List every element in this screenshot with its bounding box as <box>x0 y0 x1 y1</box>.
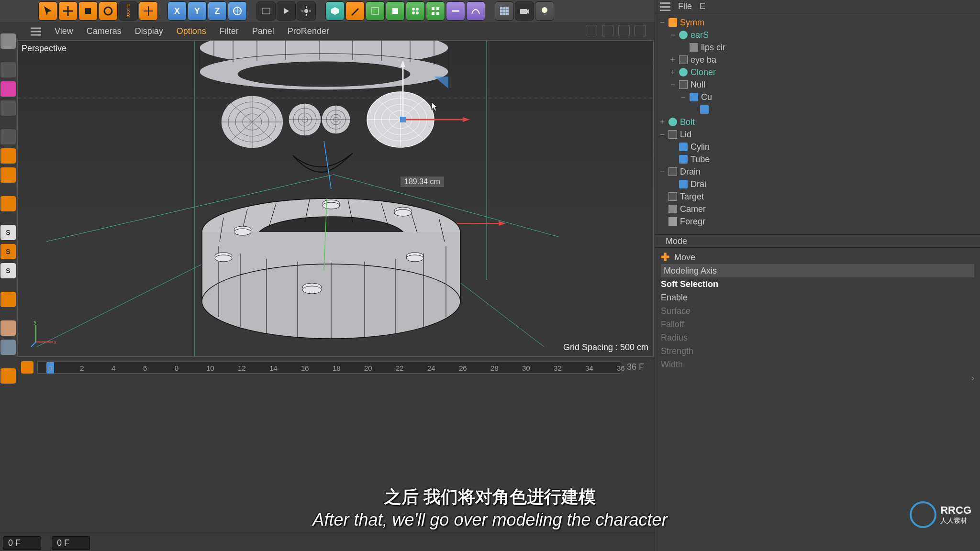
floor-button[interactable] <box>495 1 514 21</box>
model-mode[interactable] <box>0 33 16 49</box>
expand-toggle[interactable]: − <box>659 18 666 28</box>
cam-icon <box>668 205 677 213</box>
point-mode[interactable] <box>0 129 16 144</box>
render-view-button[interactable] <box>256 1 276 21</box>
spline-pen-button[interactable] <box>345 1 365 21</box>
object-tree[interactable]: −Symm−earSlips cir+eye ba+Cloner−Null−Cu… <box>655 13 980 231</box>
modeling-axis-tab[interactable]: Modeling Axis <box>661 264 974 277</box>
cloner-button[interactable] <box>426 1 445 21</box>
tree-row[interactable]: Camer <box>657 203 978 215</box>
attr-mode-label[interactable]: Mode <box>666 236 687 246</box>
timeline-toggle[interactable] <box>21 361 33 374</box>
tree-row[interactable]: Foregr <box>657 215 978 228</box>
tree-row[interactable]: −Symm <box>657 16 978 29</box>
expand-toggle[interactable]: − <box>680 92 687 102</box>
menu-display[interactable]: Display <box>135 26 163 36</box>
edge-mode[interactable] <box>0 148 16 164</box>
menu-options[interactable]: Options <box>177 26 206 36</box>
rotate-tool[interactable] <box>99 1 118 21</box>
null-icon <box>679 80 688 89</box>
tree-row[interactable] <box>657 103 978 116</box>
z-axis-button[interactable]: Z <box>208 1 227 21</box>
axis-center[interactable] <box>0 368 16 384</box>
soft-select-2[interactable]: S <box>0 244 16 259</box>
x-axis-button[interactable]: X <box>167 1 187 21</box>
world-axis-button[interactable] <box>228 1 247 21</box>
tree-row[interactable]: +Bolt <box>657 116 978 128</box>
hamburger-icon[interactable] <box>31 27 41 36</box>
cube-primitive-button[interactable] <box>325 1 345 21</box>
polygon-mode[interactable] <box>0 167 16 183</box>
expand-toggle[interactable]: − <box>659 130 666 140</box>
tree-row[interactable]: −Cu <box>657 91 978 103</box>
soft-select-1[interactable]: S <box>0 225 16 240</box>
object-name: Bolt <box>680 117 695 127</box>
menu-panel[interactable]: Panel <box>252 26 274 36</box>
attr-row[interactable]: Falloff <box>661 318 974 331</box>
light-button[interactable] <box>535 1 554 21</box>
magnet-tool[interactable] <box>0 292 16 307</box>
object-mode[interactable] <box>0 62 16 77</box>
camera-button[interactable] <box>515 1 534 21</box>
tree-row[interactable]: −Null <box>657 78 978 91</box>
view-icon-1[interactable] <box>586 25 597 36</box>
tree-row[interactable]: +Cloner <box>657 66 978 78</box>
snap-grid-1[interactable] <box>0 320 16 336</box>
render-button[interactable] <box>277 1 296 21</box>
tree-row[interactable]: −earS <box>657 29 978 41</box>
texture-mode[interactable] <box>0 81 16 97</box>
svg-point-107 <box>215 255 232 262</box>
view-icon-3[interactable] <box>618 25 630 36</box>
select-tool[interactable] <box>38 1 57 21</box>
extrude-button[interactable] <box>386 1 405 21</box>
expand-toggle[interactable]: + <box>659 117 666 127</box>
object-name: eye ba <box>690 55 716 65</box>
tree-row[interactable]: −Drain <box>657 165 978 178</box>
locked-tool[interactable] <box>139 1 158 21</box>
attr-row[interactable]: Strength <box>661 344 974 358</box>
expand-toggle[interactable]: − <box>659 167 666 177</box>
menu-view[interactable]: View <box>55 26 73 36</box>
menu-filter[interactable]: Filter <box>220 26 239 36</box>
view-icon-2[interactable] <box>602 25 613 36</box>
workplane-mode[interactable] <box>0 100 16 116</box>
hamburger-icon[interactable] <box>660 2 670 11</box>
frame-current-field[interactable]: 0 F <box>52 536 90 550</box>
perspective-viewport[interactable]: Perspective Default Camera ⚙ Grid Spacin… <box>17 40 654 357</box>
menu-edit[interactable]: E <box>700 1 705 11</box>
attr-row[interactable]: Radius <box>661 331 974 344</box>
menu-prorender[interactable]: ProRender <box>288 26 329 36</box>
subdivision-button[interactable] <box>366 1 385 21</box>
view-icon-4[interactable] <box>635 25 646 36</box>
subtitle-en: After that, we'll go over modeling the c… <box>312 510 667 530</box>
y-axis-button[interactable]: Y <box>188 1 207 21</box>
frame-start-field[interactable]: 0 F <box>3 536 41 550</box>
menu-file[interactable]: File <box>678 1 692 11</box>
snap-grid-2[interactable] <box>0 340 16 355</box>
tree-row[interactable]: −Lid <box>657 128 978 141</box>
psr-tool[interactable]: PSR <box>119 1 138 21</box>
tree-row[interactable]: Cylin <box>657 141 978 153</box>
attr-row[interactable]: Width <box>661 358 974 371</box>
menu-cameras[interactable]: Cameras <box>87 26 122 36</box>
tree-row[interactable]: Target <box>657 190 978 203</box>
expand-toggle[interactable]: − <box>669 30 676 40</box>
scale-tool[interactable] <box>78 1 98 21</box>
tree-row[interactable]: Tube <box>657 153 978 165</box>
enable-axis[interactable] <box>0 196 16 211</box>
expand-toggle[interactable]: + <box>669 67 676 77</box>
expand-toggle[interactable]: + <box>669 55 676 65</box>
attr-row[interactable]: Enable <box>661 291 974 304</box>
move-tool[interactable] <box>58 1 78 21</box>
attr-row[interactable]: Surface <box>661 304 974 318</box>
tree-row[interactable]: lips cir <box>657 41 978 54</box>
field-button[interactable] <box>446 1 465 21</box>
expand-toggle[interactable]: − <box>669 80 676 90</box>
render-settings-button[interactable] <box>297 1 316 21</box>
soft-select-3[interactable]: S <box>0 263 16 278</box>
deform-button[interactable] <box>466 1 485 21</box>
timeline-track[interactable]: 0 2 4 6 8 10 12 14 16 18 20 22 24 26 28 … <box>37 361 621 374</box>
tree-row[interactable]: +eye ba <box>657 54 978 66</box>
array-button[interactable] <box>406 1 425 21</box>
tree-row[interactable]: Drai <box>657 178 978 190</box>
